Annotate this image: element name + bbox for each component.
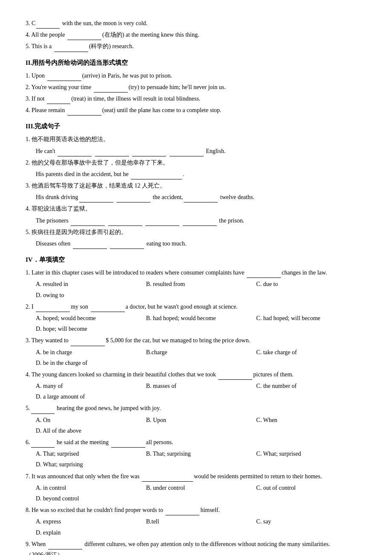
- section-2-title: II.用括号内所给动词的适当形式填空: [26, 57, 366, 69]
- blank-5: [54, 52, 88, 52]
- blank-s3-4b: [108, 225, 142, 226]
- s3-q3-en: His drunk driving the accident, twelve d…: [36, 192, 366, 202]
- blank-s4-3: [71, 346, 105, 346]
- s4-q6: 6. he said at the meeting all persons.: [26, 437, 366, 448]
- s4-q3: 3. They wanted to $ 5,000 for the car, b…: [26, 335, 366, 346]
- question-5: 5. This is a (科学的) research.: [26, 41, 366, 52]
- s4-q1-optD: D. owing to: [36, 290, 366, 301]
- s3-q2-en: His parents died in the accident, but he…: [36, 169, 366, 179]
- s4-q7-optA: A. in control: [36, 483, 146, 493]
- s2-q1: 1. Upon (arrive) in Paris, he was put to…: [26, 70, 366, 81]
- question-3: 3. C with the sun, the moon is very cold…: [26, 18, 366, 29]
- s4-q7-optB: B. under control: [146, 483, 257, 493]
- s4-q6-optA: A. That; surprised: [36, 448, 146, 459]
- s4-q6-optB: B. That; surprising: [146, 448, 257, 459]
- s3-q4-en: The prisoners the prison.: [36, 215, 366, 226]
- s3-q1-en: He can't English.: [36, 146, 366, 156]
- s4-q8-optA: A. express: [36, 516, 146, 527]
- s4-q5-optA: A. On: [36, 415, 146, 425]
- s3-q3-cn: 3. 他酒后驾车导致了这起事故，结果造成 12 人死亡。: [26, 180, 366, 191]
- s4-q1-optA: A. resulted in: [36, 279, 146, 289]
- blank-s3-4d: [183, 225, 217, 226]
- section-3: III.完成句子 1. 他不能用英语表达他的想法。 He can't Engli…: [26, 121, 366, 249]
- blank-s3-1b: [95, 156, 129, 156]
- s4-q6-options: A. That; surprised B. That; surprising C…: [36, 448, 366, 470]
- s4-q4-optA: A. many of: [36, 381, 146, 391]
- blank-s4-7: [142, 481, 193, 482]
- s4-q1: 1. Later in this chapter cases will be i…: [26, 267, 366, 278]
- s4-q8-optB: B.tell: [146, 516, 257, 527]
- section-3-title: III.完成句子: [26, 121, 366, 132]
- s2-q2: 2. You're wasting your time (try) to per…: [26, 82, 366, 92]
- s4-q6-optD: D. What; surprising: [36, 459, 366, 470]
- s4-q3-optB: B.charge: [146, 347, 257, 358]
- blank-s2-4: [67, 115, 101, 116]
- s4-q7-optD: D. beyond control: [36, 493, 366, 504]
- s4-q5-options: A. On B. Upon C. When D. All of the abov…: [36, 415, 366, 436]
- s4-q4-options: A. many of B. masses of C. the number of…: [36, 381, 366, 402]
- blank-s2-2: [94, 92, 128, 92]
- s4-q2-options: A. hoped; would become B. had hoped; wou…: [36, 313, 366, 334]
- blank-s2-1: [47, 81, 81, 81]
- blank-s4-2a: [36, 312, 70, 312]
- blank-s3-1a: [58, 156, 92, 156]
- blank-s4-5: [31, 413, 55, 414]
- s4-q6-optC: C. What; surprised: [256, 448, 366, 459]
- s4-q4-optC: C. the number of: [256, 381, 366, 391]
- s4-q4: 4. The young dancers looked so charming …: [26, 369, 366, 380]
- s4-q2-optA: A. hoped; would become: [36, 313, 146, 324]
- s4-q2: 2. I my son a doctor, but he wasn't good…: [26, 301, 366, 312]
- blank-s4-1: [247, 278, 281, 278]
- s4-q9: 9. When different cultures, we often pay…: [26, 539, 366, 555]
- blank-s4-4: [218, 379, 252, 380]
- blank-s4-6b: [111, 447, 145, 448]
- s4-q8-optD: D. explain: [36, 527, 366, 538]
- blank-3: [36, 28, 60, 29]
- blank-s4-8: [165, 515, 199, 515]
- s4-q1-optB: B. resulted from: [146, 279, 257, 289]
- s4-q8: 8. He was so excited that he couldn't fi…: [26, 505, 366, 515]
- s4-q5-optB: B. Upon: [146, 415, 257, 425]
- question-4: 4. All the people (在场的) at the meeting k…: [26, 29, 366, 40]
- s3-q2-cn: 2. 他的父母在那场事故中去世了，但是他幸存了下来。: [26, 157, 366, 168]
- s4-q4-optB: B. masses of: [146, 381, 257, 391]
- blank-s3-3b: [116, 202, 150, 202]
- s3-q5-cn: 5. 疾病往往是因为吃得过多而引起的。: [26, 227, 366, 237]
- s4-q7: 7. It was announced that only when the f…: [26, 471, 366, 482]
- s4-q3-options: A. be in charge B.charge C. take charge …: [36, 347, 366, 368]
- s4-q7-options: A. in control B. under control C. out of…: [36, 483, 366, 504]
- s2-q4: 4. Please remain (seat) until the plane …: [26, 105, 366, 116]
- s4-q1-optC: C. due to: [256, 279, 366, 289]
- s4-q8-optC: C. say: [256, 516, 366, 527]
- s4-q5-optC: C. When: [256, 415, 366, 425]
- s4-q7-optC: C. out of control: [256, 483, 366, 493]
- blank-s3-4c: [145, 225, 179, 226]
- blank-s2-3: [47, 104, 70, 104]
- blank-s3-5b: [110, 249, 144, 249]
- s4-q5: 5. hearing the good news, he jumped with…: [26, 403, 366, 413]
- s3-q1-cn: 1. 他不能用英语表达他的想法。: [26, 134, 366, 145]
- blank-s4-9: [48, 549, 82, 549]
- s3-q4-cn: 4. 罪犯设法逃出了监狱。: [26, 203, 366, 214]
- s4-q3-optA: A. be in charge: [36, 347, 146, 358]
- blank-s3-4a: [71, 225, 105, 226]
- s4-q3-optD: D. be in the charge of: [36, 358, 366, 368]
- blank-s4-6a: [31, 447, 55, 448]
- intro-questions: 3. C with the sun, the moon is very cold…: [26, 18, 366, 52]
- blank-s3-3c: [184, 202, 218, 202]
- blank-s3-3a: [79, 202, 113, 202]
- s4-q8-options: A. express B.tell C. say D. explain: [36, 516, 366, 538]
- s3-q5-en: Diseases often eating too much.: [36, 238, 366, 249]
- blank-4: [67, 40, 101, 40]
- s4-q2-optD: D. hope; will become: [36, 324, 366, 334]
- section-4-title: IV．单项填空: [26, 254, 366, 266]
- blank-s3-2: [131, 179, 182, 179]
- blank-s4-2b: [91, 312, 125, 312]
- blank-s3-1d: [170, 156, 204, 156]
- section-2: II.用括号内所给动词的适当形式填空 1. Upon (arrive) in P…: [26, 57, 366, 116]
- blank-s3-1c: [132, 156, 166, 156]
- s4-q4-optD: D. a large amount of: [36, 391, 366, 402]
- s4-q2-optC: C. had hoped; will become: [256, 313, 366, 324]
- s2-q3: 3. If not (treat) in time, the illness w…: [26, 93, 366, 104]
- s4-q2-optB: B. had hoped; would become: [146, 313, 257, 324]
